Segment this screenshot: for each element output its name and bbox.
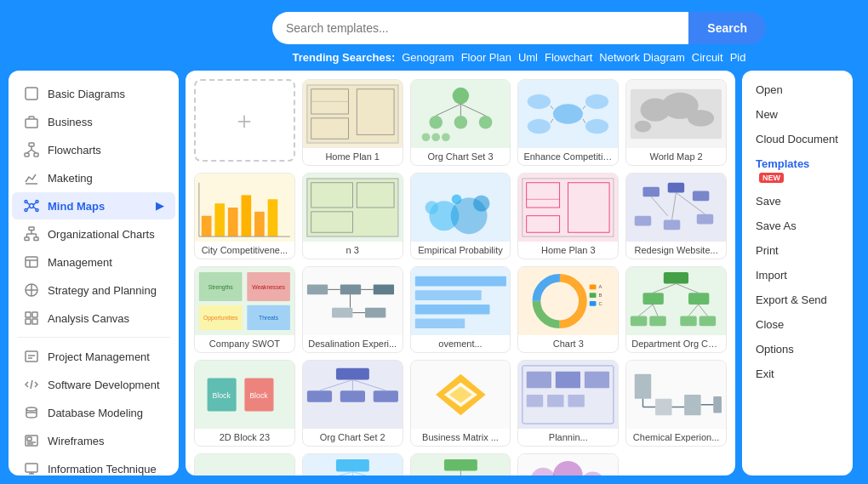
template-thumb [303, 80, 403, 148]
sidebar-item-it[interactable]: Information Technique [12, 455, 175, 475]
sidebar-item-db[interactable]: Database Modeling [12, 399, 175, 426]
svg-point-82 [635, 121, 651, 133]
svg-rect-131 [414, 276, 505, 287]
template-card[interactable]: Home Plan 1 [302, 79, 403, 166]
template-card[interactable]: Plannin... [517, 360, 619, 447]
right-panel-saveas[interactable]: Save As [742, 214, 853, 238]
sidebar-item-pm[interactable]: Project Management [12, 343, 175, 370]
svg-point-73 [585, 119, 608, 134]
search-input[interactable] [272, 12, 688, 44]
template-card[interactable]: Empirical Probability [410, 173, 511, 259]
template-label: Org Chart Set 3 [411, 148, 511, 165]
template-card[interactable]: Org Chart Set 2 [302, 360, 403, 447]
svg-rect-108 [635, 216, 651, 226]
template-label: Chemical Experion... [626, 429, 726, 446]
svg-rect-145 [664, 272, 688, 284]
sidebar-item-business[interactable]: Business [12, 108, 175, 135]
sidebar-item-analysis[interactable]: Analysis Canvas [12, 305, 175, 332]
svg-rect-162 [336, 368, 369, 380]
right-panel-import[interactable]: Import [742, 263, 853, 288]
trending-floorplan[interactable]: Floor Plan [461, 51, 511, 64]
right-panel-close[interactable]: Close [742, 312, 853, 337]
svg-point-215 [580, 472, 605, 475]
svg-rect-150 [680, 316, 696, 327]
svg-line-75 [583, 105, 585, 109]
right-panel-exit[interactable]: Exit [742, 362, 853, 386]
trending-circuit[interactable]: Circuit [692, 51, 723, 64]
right-panel-print[interactable]: Print [742, 238, 853, 263]
template-card[interactable]: Org Chart Set 3 [410, 79, 511, 166]
svg-rect-107 [693, 191, 709, 202]
template-card[interactable]: Life Plan [517, 453, 619, 475]
sidebar-item-management[interactable]: Management [12, 248, 175, 276]
svg-rect-20 [34, 237, 38, 241]
template-card[interactable]: Home Plan 3 [517, 173, 619, 259]
trending-uml[interactable]: Uml [518, 51, 538, 64]
analysis-icon [24, 310, 39, 326]
right-panel-save[interactable]: Save [742, 189, 853, 214]
sidebar-item-sw[interactable]: Software Development [12, 371, 175, 398]
right-panel-new[interactable]: New [742, 102, 853, 127]
template-card[interactable]: StrengthsWeaknessesOpportunitiesThreats … [194, 266, 295, 353]
template-card[interactable]: A B C Chart 3 [517, 266, 619, 353]
right-panel-options[interactable]: Options [742, 337, 853, 362]
template-card[interactable]: Desalination Experi... [302, 266, 403, 353]
svg-rect-130 [365, 308, 385, 318]
template-card[interactable]: Redesign Website... [625, 173, 727, 259]
trending-genogram[interactable]: Genogram [402, 51, 454, 64]
sidebar-item-wire[interactable]: Wireframes [12, 427, 175, 454]
svg-rect-106 [668, 183, 684, 193]
template-card[interactable]: BlockBlock 2D Block 23 [194, 360, 295, 447]
template-card[interactable]: Department Org Chart [625, 266, 727, 353]
template-label: Desalination Experi... [303, 335, 403, 352]
svg-rect-19 [25, 237, 29, 241]
sidebar-item-flowcharts[interactable]: Flowcharts [12, 136, 175, 163]
svg-rect-164 [340, 390, 365, 402]
template-card[interactable]: Column Chart an... [194, 453, 295, 475]
sidebar-item-orgcharts[interactable]: Organizational Charts [12, 220, 175, 248]
template-card[interactable]: Flowchart Sample [410, 453, 511, 475]
template-thumb [195, 454, 294, 475]
template-card[interactable]: Enhance Competitiv... [517, 79, 619, 166]
template-card[interactable]: ovement... [410, 266, 511, 353]
trending-flowchart[interactable]: Flowchart [545, 51, 592, 64]
svg-point-66 [421, 133, 430, 141]
template-thumb [626, 361, 726, 429]
search-button[interactable]: Search [688, 12, 766, 44]
svg-text:Block: Block [249, 391, 268, 400]
sidebar-divider [17, 337, 170, 338]
add-new-template[interactable]: ＋ [194, 79, 295, 162]
svg-rect-2 [29, 143, 34, 146]
right-panel-templates[interactable]: Templates NEW [742, 151, 853, 189]
svg-rect-177 [547, 395, 563, 407]
template-card[interactable]: City Competitivene... [194, 173, 295, 259]
template-label: Enhance Competitiv... [518, 148, 618, 165]
right-panel-export[interactable]: Export & Send [742, 288, 853, 312]
template-card[interactable]: n 3 [302, 173, 403, 259]
template-thumb [303, 361, 403, 429]
trending-network[interactable]: Network Diagram [599, 51, 684, 64]
template-grid: ＋ Home Plan 1 Org Chart Set 3 [194, 79, 727, 475]
right-panel-cloud[interactable]: Cloud Document [742, 127, 853, 151]
svg-rect-179 [635, 374, 651, 399]
template-card[interactable]: Business Matrix ... [410, 360, 511, 447]
svg-rect-175 [585, 372, 609, 388]
template-label: City Competitivene... [195, 242, 294, 259]
sidebar-item-basic[interactable]: Basic Diagrams [12, 80, 175, 107]
template-card[interactable]: English Part Of Sp... [302, 453, 403, 475]
template-card[interactable]: Chemical Experion... [625, 360, 727, 447]
svg-point-59 [452, 88, 468, 104]
svg-point-62 [478, 116, 492, 129]
right-panel-open[interactable]: Open [742, 77, 853, 102]
trending-pid[interactable]: Pid [730, 51, 746, 64]
new-badge: NEW [759, 173, 784, 183]
sidebar-item-strategy[interactable]: Strategy and Planning [12, 276, 175, 304]
svg-rect-182 [655, 399, 671, 415]
svg-rect-151 [700, 316, 716, 327]
template-card[interactable]: World Map 2 [625, 79, 727, 166]
content-area: ＋ Home Plan 1 Org Chart Set 3 [179, 71, 859, 475]
sidebar-item-mindmaps[interactable]: Mind Maps ▶ [12, 192, 175, 219]
svg-rect-184 [684, 395, 700, 415]
svg-rect-141 [590, 293, 597, 298]
sidebar-item-maketing[interactable]: Maketing [12, 164, 175, 191]
